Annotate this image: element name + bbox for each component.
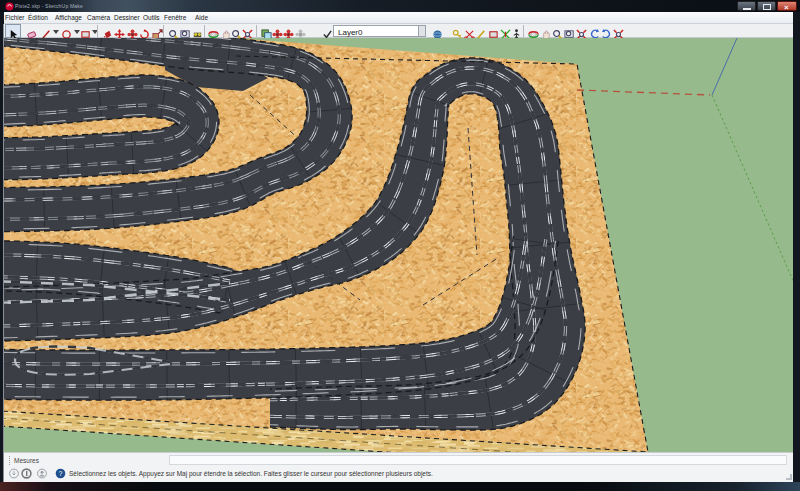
svg-text:?: ? (59, 470, 63, 477)
